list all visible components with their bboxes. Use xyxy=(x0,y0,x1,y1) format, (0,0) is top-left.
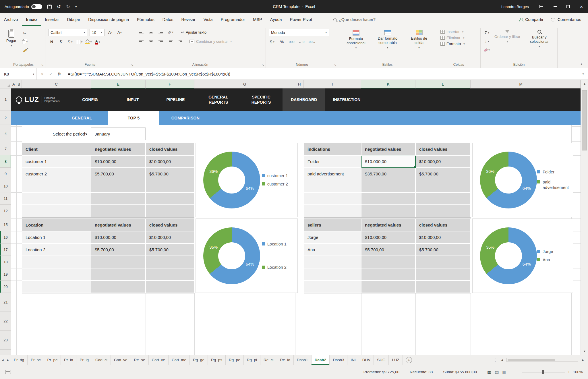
zoom-out-button[interactable]: − xyxy=(517,370,519,374)
column-header-K[interactable]: K xyxy=(361,80,415,88)
redo-icon[interactable]: ↻ xyxy=(66,4,70,10)
table-label-cell[interactable]: Location 1 xyxy=(22,231,91,244)
table-value-cell[interactable] xyxy=(91,193,146,205)
table-value-cell[interactable] xyxy=(146,281,195,293)
table-label-cell[interactable] xyxy=(22,205,91,217)
scroll-up-arrow[interactable]: ▲ xyxy=(581,80,588,87)
save-icon[interactable] xyxy=(47,5,52,9)
align-left-button[interactable] xyxy=(138,38,145,45)
ribbon-tab-ayuda[interactable]: Ayuda xyxy=(266,13,286,26)
row-header-12[interactable]: 12 xyxy=(0,205,11,217)
font-color-button[interactable]: A▾ xyxy=(94,38,101,45)
table-header-cell[interactable]: negotiated values xyxy=(91,219,146,231)
ribbon-tab-programador[interactable]: Programador xyxy=(217,13,249,26)
table-value-cell[interactable] xyxy=(91,256,146,268)
table-value-cell[interactable]: $5.700,00 xyxy=(146,244,195,256)
legend-item[interactable]: Location 2 xyxy=(262,265,294,270)
ribbon-tab-dibujar[interactable]: Dibujar xyxy=(63,13,84,26)
column-header-C[interactable]: C xyxy=(22,80,91,88)
sheet-tab-re-lo[interactable]: Re_lo xyxy=(277,355,294,365)
increase-font-button[interactable]: A▴ xyxy=(107,29,114,36)
row-header-19[interactable]: 19 xyxy=(0,268,11,281)
column-header-E[interactable]: E xyxy=(91,80,146,88)
ribbon-tab-insertar[interactable]: Insertar xyxy=(41,13,63,26)
table-label-cell[interactable] xyxy=(22,268,91,281)
table-value-cell[interactable]: $5.700,00 xyxy=(91,244,146,256)
row-header-22[interactable]: 22 xyxy=(0,312,11,331)
donut-chart[interactable]: 64%36% xyxy=(480,152,537,208)
table-value-cell[interactable]: $10.000,00 xyxy=(146,156,195,168)
horizontal-scrollbar[interactable]: ⋮ ◂ ▸ xyxy=(494,355,588,365)
table-label-cell[interactable] xyxy=(304,281,361,293)
decrease-font-button[interactable]: A▾ xyxy=(116,29,123,36)
table-value-cell[interactable] xyxy=(91,180,146,193)
table-label-cell[interactable] xyxy=(304,180,361,193)
table-value-cell[interactable] xyxy=(416,193,471,205)
insert-function-icon[interactable]: fx xyxy=(56,71,63,76)
autosum-button[interactable]: Σ▾ xyxy=(483,29,490,36)
align-top-button[interactable] xyxy=(138,29,145,36)
select-all-button[interactable] xyxy=(0,80,11,88)
sheet-tab-dash2[interactable]: Dash2 xyxy=(312,355,330,365)
autosave-toggle[interactable]: Autoguardado xyxy=(5,4,42,9)
sheet-tab-re-cl[interactable]: Re_cl xyxy=(260,355,277,365)
comma-style-button[interactable]: 000 xyxy=(288,38,295,45)
sheet-tab-luz[interactable]: LUZ xyxy=(389,355,403,365)
row-header-15[interactable]: 15 xyxy=(0,218,11,231)
font-name-select[interactable]: Calibri▾ xyxy=(48,29,87,36)
subnav-tab-top-5[interactable]: TOP 5 xyxy=(108,111,159,125)
table-value-cell[interactable] xyxy=(91,268,146,281)
table-label-cell[interactable] xyxy=(304,268,361,281)
cell-styles-button[interactable]: Estilos de celda ▾ xyxy=(404,29,434,51)
close-button[interactable]: × xyxy=(575,0,588,13)
table-header-cell[interactable]: Client xyxy=(22,143,91,156)
table-label-cell[interactable]: paid advertisement xyxy=(304,168,361,180)
font-size-select[interactable]: 10▾ xyxy=(90,29,105,36)
table-header-cell[interactable]: closed values xyxy=(146,143,195,156)
table-label-cell[interactable]: Jorge xyxy=(304,231,361,244)
collapse-ribbon-icon[interactable]: ▴ xyxy=(581,62,582,66)
zoom-in-button[interactable]: + xyxy=(568,370,570,374)
row-header-20[interactable]: 20 xyxy=(0,281,11,293)
copy-button[interactable]: ▾ xyxy=(22,38,28,45)
align-middle-button[interactable] xyxy=(148,29,154,36)
table-label-cell[interactable] xyxy=(304,256,361,268)
navbar-item-specific-reports[interactable]: SPECIFIC REPORTS xyxy=(240,88,283,111)
accessibility-icon[interactable] xyxy=(5,370,11,374)
navbar-item-pipeline[interactable]: PIPELINE xyxy=(154,88,197,111)
row-header-9[interactable]: 9 xyxy=(0,168,11,180)
row-header-7[interactable]: 7 xyxy=(0,143,11,155)
expand-formula-bar-icon[interactable]: ▾ xyxy=(578,68,588,80)
selected-cell[interactable]: $10.000,00 xyxy=(361,156,416,168)
table-value-cell[interactable]: $35.700,00 xyxy=(361,168,416,180)
sheet-tab-sug[interactable]: SUG xyxy=(374,355,389,365)
table-label-cell[interactable]: Folder xyxy=(304,156,361,168)
table-value-cell[interactable] xyxy=(416,281,471,293)
table-value-cell[interactable]: $10.000,00 xyxy=(416,231,471,244)
sheet-tab-ini[interactable]: INI xyxy=(347,355,359,365)
decrease-decimal-button[interactable]: .00→ xyxy=(308,38,316,45)
ribbon-tab-archivo[interactable]: Archivo xyxy=(0,13,22,26)
navbar-item-config[interactable]: CONFIG xyxy=(69,88,111,111)
table-value-cell[interactable]: $5.700,00 xyxy=(416,244,471,256)
format-cells-button[interactable]: Formato ▾ xyxy=(440,41,477,47)
undo-icon[interactable]: ↺ xyxy=(57,4,61,10)
legend-item[interactable]: customer 2 xyxy=(262,181,294,187)
legend-item[interactable]: customer 1 xyxy=(262,173,294,179)
cancel-entry-icon[interactable]: × xyxy=(38,72,46,76)
subnav-tab-comparison[interactable]: COMPARISON xyxy=(160,111,211,125)
page-break-view-button[interactable]: ▥ xyxy=(502,370,506,375)
align-center-button[interactable] xyxy=(148,38,154,45)
table-value-cell[interactable] xyxy=(416,180,471,193)
subnav-tab-general[interactable]: GENERAL xyxy=(56,111,108,125)
align-bottom-button[interactable] xyxy=(157,29,164,36)
accounting-format-button[interactable]: $▾ xyxy=(269,38,276,45)
clear-button[interactable]: ▾ xyxy=(483,47,490,53)
table-value-cell[interactable] xyxy=(91,205,146,217)
table-value-cell[interactable] xyxy=(146,180,195,193)
increase-decimal-button[interactable]: ←.0 xyxy=(298,38,305,45)
comments-button[interactable]: Comentarios xyxy=(551,17,581,22)
quick-access-caret-icon[interactable]: ▾ xyxy=(75,5,77,8)
sheet-tab-rg-ps[interactable]: Rg_ps xyxy=(208,355,226,365)
format-painter-button[interactable] xyxy=(22,47,28,54)
